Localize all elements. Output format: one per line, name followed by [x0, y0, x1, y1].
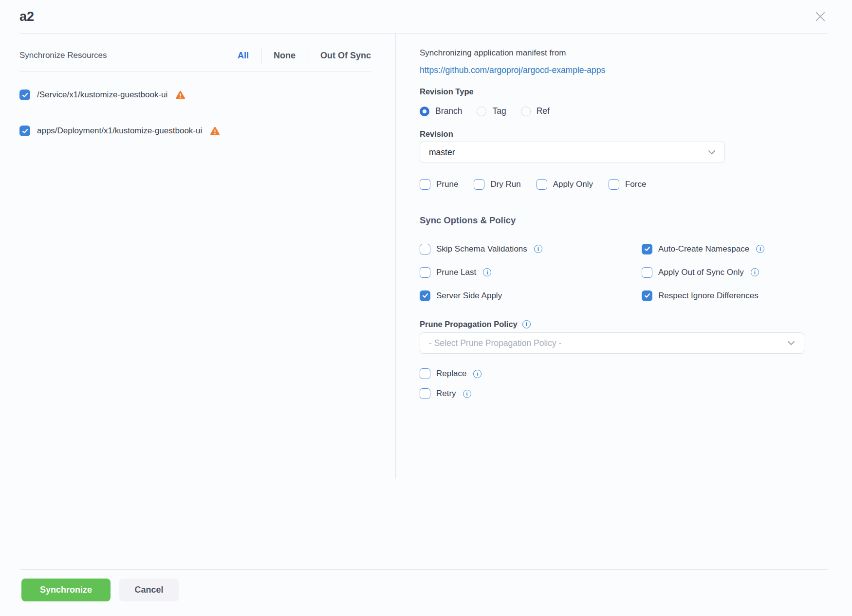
sync-settings-panel: Synchronizing application manifest from … [396, 34, 852, 399]
revision-type-label: Revision Type [420, 86, 804, 97]
radio-icon [420, 107, 429, 116]
checkbox [609, 179, 619, 190]
checkbox [537, 179, 547, 190]
sync-options-heading: Sync Options & Policy [420, 215, 804, 226]
info-icon[interactable] [473, 370, 482, 378]
dialog-title: a2 [19, 7, 34, 26]
info-icon[interactable] [756, 245, 764, 253]
resource-filters: All None Out Of Sync [238, 50, 371, 61]
warning-icon [175, 91, 185, 100]
dialog-header: a2 [19, 0, 828, 34]
flag-dry-run[interactable]: Dry Run [474, 179, 520, 190]
resource-name: /Service/x1/kustomize-guestbook-ui [37, 90, 167, 100]
prune-policy-placeholder: - Select Prune Propagation Policy - [429, 338, 561, 348]
resource-checkbox[interactable] [19, 126, 30, 136]
prune-propagation-policy-select[interactable]: - Select Prune Propagation Policy - [420, 332, 804, 354]
checkbox [474, 179, 484, 190]
checkbox [420, 388, 430, 399]
checkbox [420, 290, 430, 301]
checkbox [642, 267, 652, 278]
resource-checkbox[interactable] [19, 90, 30, 100]
synchronize-resources-label: Synchronize Resources [19, 51, 107, 60]
checkbox [642, 244, 652, 254]
filter-divider [308, 47, 308, 64]
manifest-url-link[interactable]: https://github.com/argoproj/argocd-examp… [420, 64, 605, 76]
checkbox [642, 290, 652, 301]
option-prune-last[interactable]: Prune Last [420, 266, 642, 278]
flag-apply-only[interactable]: Apply Only [537, 179, 593, 190]
revision-select[interactable]: master [420, 142, 725, 163]
checkbox [420, 267, 430, 278]
checkbox [420, 179, 430, 190]
radio-icon [477, 107, 486, 116]
prune-propagation-policy-row: Prune Propagation Policy [420, 319, 804, 329]
filter-out-of-sync[interactable]: Out Of Sync [320, 51, 371, 61]
manifest-label: Synchronizing application manifest from [420, 47, 804, 59]
prune-propagation-policy-label: Prune Propagation Policy [420, 319, 518, 329]
resource-name: apps/Deployment/x1/kustomize-guestbook-u… [37, 126, 202, 136]
revision-label: Revision [420, 128, 804, 139]
chevron-down-icon [708, 150, 716, 155]
revision-type-options: Branch Tag Ref [420, 106, 804, 116]
flag-prune[interactable]: Prune [420, 179, 458, 190]
dialog-footer: Synchronize Cancel [19, 569, 828, 616]
option-server-side-apply[interactable]: Server Side Apply [420, 290, 642, 302]
option-skip-schema-validations[interactable]: Skip Schema Validations [420, 243, 642, 255]
option-auto-create-namespace[interactable]: Auto-Create Namespace [642, 243, 804, 255]
radio-branch[interactable]: Branch [420, 106, 462, 116]
radio-ref[interactable]: Ref [521, 106, 550, 116]
dialog-body: Synchronize Resources All None Out Of Sy… [0, 34, 852, 569]
revision-select-value: master [429, 147, 455, 158]
info-icon[interactable] [483, 268, 491, 276]
option-replace[interactable]: Replace [420, 368, 804, 379]
resource-row: apps/Deployment/x1/kustomize-guestbook-u… [19, 126, 371, 136]
resources-panel: Synchronize Resources All None Out Of Sy… [0, 34, 396, 479]
info-icon[interactable] [463, 390, 471, 398]
checkbox [420, 368, 430, 379]
chevron-down-icon [787, 341, 795, 345]
option-retry[interactable]: Retry [420, 388, 804, 399]
sync-dialog: a2 Synchronize Resources All None Out Of… [0, 0, 852, 616]
option-respect-ignore-differences[interactable]: Respect Ignore Differences [642, 290, 804, 302]
warning-icon [210, 127, 220, 136]
close-icon[interactable] [813, 9, 828, 24]
info-icon[interactable] [522, 320, 531, 328]
filter-all[interactable]: All [238, 51, 249, 61]
option-apply-out-of-sync-only[interactable]: Apply Out of Sync Only [642, 266, 804, 278]
info-icon[interactable] [751, 268, 759, 276]
radio-tag[interactable]: Tag [477, 106, 506, 116]
filter-none[interactable]: None [274, 51, 296, 61]
resource-row: /Service/x1/kustomize-guestbook-ui [19, 90, 371, 100]
cancel-button[interactable]: Cancel [119, 579, 179, 601]
sync-flags: Prune Dry Run Apply Only Force [420, 179, 804, 190]
radio-icon [521, 107, 531, 116]
synchronize-button[interactable]: Synchronize [21, 579, 111, 601]
checkbox [420, 244, 430, 254]
resources-header: Synchronize Resources All None Out Of Sy… [19, 34, 371, 72]
flag-force[interactable]: Force [609, 179, 646, 190]
sync-options-grid: Skip Schema Validations Auto-Create Name… [420, 243, 804, 302]
filter-divider [261, 47, 261, 64]
info-icon[interactable] [534, 245, 542, 253]
